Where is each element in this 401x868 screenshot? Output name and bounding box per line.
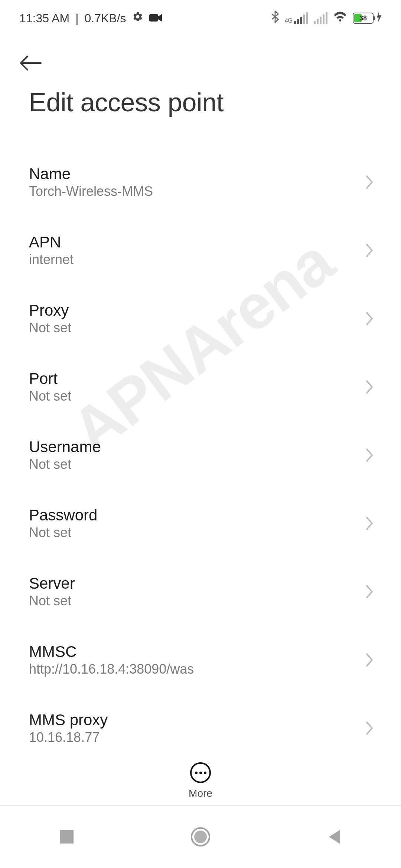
setting-value: internet [29, 252, 74, 267]
setting-value: Not set [29, 457, 101, 472]
more-label: More [189, 788, 212, 799]
setting-mmsc[interactable]: MMSC http://10.16.18.4:38090/was [29, 625, 372, 694]
nav-recent-button[interactable] [45, 815, 89, 859]
setting-label: Password [29, 506, 97, 524]
chevron-right-icon [365, 652, 374, 667]
svg-point-3 [194, 831, 207, 843]
back-button[interactable] [19, 48, 49, 78]
status-bar: 11:35 AM | 0.7KB/s 4G [0, 0, 401, 33]
nav-home-button[interactable] [178, 815, 223, 859]
chevron-right-icon [365, 721, 374, 736]
chevron-right-icon [365, 584, 374, 599]
setting-label: MMS proxy [29, 711, 108, 729]
wifi-icon [333, 11, 347, 25]
setting-label: Proxy [29, 302, 71, 319]
setting-proxy[interactable]: Proxy Not set [29, 284, 372, 352]
setting-value: Torch-Wireless-MMS [29, 184, 153, 199]
setting-label: APN [29, 233, 74, 251]
setting-value: Not set [29, 593, 75, 609]
setting-value: Not set [29, 320, 71, 336]
settings-list: Name Torch-Wireless-MMS APN internet Pro… [0, 148, 401, 762]
setting-label: Username [29, 438, 101, 456]
settings-icon [132, 11, 143, 25]
chevron-right-icon [365, 311, 374, 326]
more-button[interactable]: More [0, 755, 401, 799]
setting-label: Server [29, 575, 75, 592]
chevron-right-icon [365, 379, 374, 394]
setting-value: http://10.16.18.4:38090/was [29, 661, 194, 677]
square-icon [59, 829, 74, 844]
status-time: 11:35 AM [19, 11, 69, 25]
setting-name[interactable]: Name Torch-Wireless-MMS [29, 148, 372, 216]
chevron-right-icon [365, 243, 374, 258]
video-icon [149, 11, 162, 25]
setting-apn[interactable]: APN internet [29, 216, 372, 284]
nav-back-button[interactable] [312, 815, 356, 859]
charging-icon [376, 11, 382, 25]
status-speed: 0.7KB/s [85, 11, 126, 25]
setting-label: Name [29, 165, 153, 183]
setting-label: Port [29, 370, 71, 388]
svg-rect-1 [60, 830, 74, 844]
setting-port[interactable]: Port Not set [29, 352, 372, 421]
svg-rect-0 [149, 14, 158, 22]
setting-value: Not set [29, 525, 97, 540]
chevron-right-icon [365, 448, 374, 463]
setting-value: Not set [29, 388, 71, 404]
setting-server[interactable]: Server Not set [29, 557, 372, 625]
page-title: Edit access point [0, 78, 401, 148]
chevron-right-icon [365, 175, 374, 190]
setting-mms-proxy[interactable]: MMS proxy 10.16.18.77 [29, 694, 372, 762]
signal-sim1: 4G [285, 12, 308, 24]
android-navbar [0, 805, 401, 868]
setting-label: MMSC [29, 643, 194, 661]
arrow-left-icon [19, 55, 42, 71]
setting-username[interactable]: Username Not set [29, 421, 372, 489]
triangle-left-icon [327, 829, 341, 845]
battery-indicator: 38 [353, 13, 374, 24]
status-separator: | [75, 11, 78, 25]
more-icon [190, 762, 211, 783]
setting-value: 10.16.18.77 [29, 730, 108, 745]
chevron-right-icon [365, 516, 374, 531]
circle-icon [191, 827, 210, 846]
bluetooth-icon [271, 10, 279, 26]
setting-password[interactable]: Password Not set [29, 489, 372, 557]
signal-sim2 [314, 12, 327, 24]
